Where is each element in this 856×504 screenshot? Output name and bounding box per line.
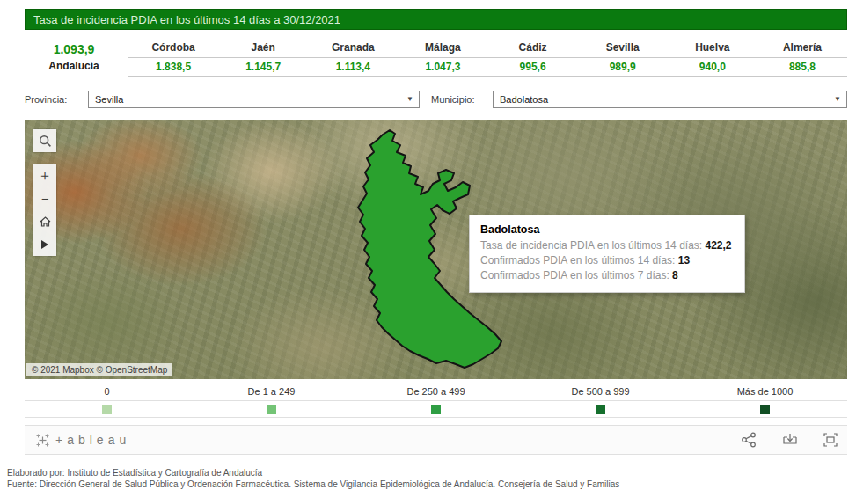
filter-bar: Provincia: Sevilla ▼ Municipio: Badolato… [25,91,847,110]
download-icon[interactable] [782,432,798,448]
legend-labels: 0De 1 a 249De 250 a 499De 500 a 999Más d… [25,384,847,400]
chevron-down-icon: ▼ [834,91,841,107]
credits-line2: Fuente: Dirección General de Salud Públi… [7,478,619,490]
legend-swatch-cell [518,405,683,414]
legend-swatch[interactable] [431,405,441,414]
legend-label: 0 [25,384,189,400]
legend-swatch[interactable] [760,405,770,414]
province-value: 995,6 [488,58,578,77]
province-value: 1.047,3 [398,58,487,77]
province-row: Córdoba1.838,5Jaén1.145,7Granada1.113,4M… [128,39,847,77]
legend-swatch-cell [25,405,189,414]
zoom-in-button[interactable]: ＋ [33,164,56,187]
province-name: Málaga [398,39,487,58]
tooltip-value: 422,2 [705,239,731,252]
province-name: Almería [757,39,847,58]
incidence-legend: 0De 1 a 249De 250 a 499De 500 a 999Más d… [25,384,847,418]
chevron-down-icon: ▼ [406,91,413,107]
tooltip-row: Confirmados PDIA en los últimos 14 días:… [480,253,734,268]
municipio-dropdown[interactable]: Badolatosa ▼ [493,91,847,108]
dashboard-title: Tasa de incidencia PDIA en los últimos 1… [33,13,340,26]
zoom-out-button[interactable]: － [33,187,56,210]
province-value: 1.838,5 [128,58,218,77]
tooltip-rows: Tasa de incidencia PDIA en los últimos 1… [480,238,734,283]
legend-label: De 1 a 249 [189,384,354,400]
home-button[interactable] [33,210,56,233]
legend-label: Más de 1000 [683,384,847,400]
credits-divider [0,464,856,464]
province-name: Cádiz [488,39,578,58]
tableau-logo[interactable]: +ableau [35,433,130,448]
toolbar-actions [741,432,838,448]
tooltip-title: Badolatosa [480,223,734,236]
credits-text: Elaborado por: Instituto de Estadística … [7,467,619,490]
map-tooltip: Badolatosa Tasa de incidencia PDIA en lo… [469,215,745,293]
province-value: 989,9 [578,58,668,77]
tableau-wordmark: +ableau [55,433,130,447]
provincia-label: Provincia: [25,94,67,105]
province-column[interactable]: Jaén1.145,7 [218,39,308,77]
province-value: 940,0 [668,58,757,77]
legend-swatch-cell [189,405,354,414]
province-column[interactable]: Granada1.113,4 [308,39,398,77]
dashboard-title-bar: Tasa de incidencia PDIA en los últimos 1… [25,9,847,30]
tooltip-value: 13 [678,254,690,267]
search-icon [39,135,52,148]
legend-label: De 500 a 999 [518,384,683,400]
province-name: Sevilla [578,39,668,58]
legend-swatch[interactable] [267,405,276,414]
province-name: Jaén [218,39,308,58]
province-value: 1.113,4 [308,58,398,77]
credits-line1: Elaborado por: Instituto de Estadística … [7,467,619,478]
legend-swatch-cell [683,405,847,414]
region-total-value: 1.093,9 [25,40,123,58]
legend-swatches [25,400,847,418]
region-total-label: Andalucía [25,58,123,74]
satellite-map[interactable]: ＋ － Badolatosa Tasa de incidencia PDIA e… [25,120,847,379]
legend-swatch[interactable] [596,405,605,414]
provincia-dropdown[interactable]: Sevilla ▼ [88,91,420,108]
province-value: 885,8 [757,58,847,77]
pan-arrow-icon [40,239,49,250]
province-column[interactable]: Huelva940,0 [668,39,757,77]
province-name: Córdoba [128,39,218,58]
tooltip-row: Confirmados PDIA en los últimos 7 días: … [480,268,734,283]
region-total: 1.093,9 Andalucía [25,40,123,74]
tooltip-value: 8 [672,269,678,281]
province-column[interactable]: Cádiz995,6 [488,39,578,77]
tooltip-row: Tasa de incidencia PDIA en los últimos 1… [480,238,734,253]
share-icon[interactable] [741,432,757,448]
province-column[interactable]: Málaga1.047,3 [398,39,487,77]
province-column[interactable]: Sevilla989,9 [578,39,668,77]
tableau-mark-icon [35,433,50,448]
legend-swatch-cell [354,405,518,414]
province-name: Huelva [668,39,757,58]
pan-tools-button[interactable] [33,233,56,256]
map-attribution: © 2021 Mapbox © OpenStreetMap [26,363,172,376]
province-name: Granada [308,39,398,58]
tableau-toolbar: +ableau [25,425,847,455]
incidence-summary: 1.093,9 Andalucía Córdoba1.838,5Jaén1.14… [25,39,847,77]
home-icon [39,215,52,228]
municipio-selected-value: Badolatosa [500,94,548,105]
map-zoom-controls: ＋ － [33,164,56,256]
province-column[interactable]: Almería885,8 [757,39,847,77]
province-column[interactable]: Córdoba1.838,5 [128,39,218,77]
fullscreen-icon[interactable] [823,432,838,448]
province-value: 1.145,7 [218,58,308,77]
legend-label: De 250 a 499 [354,384,518,400]
legend-swatch[interactable] [102,405,112,414]
map-search-button[interactable] [33,129,56,152]
municipio-label: Municipio: [431,94,475,105]
provincia-selected-value: Sevilla [95,94,123,105]
